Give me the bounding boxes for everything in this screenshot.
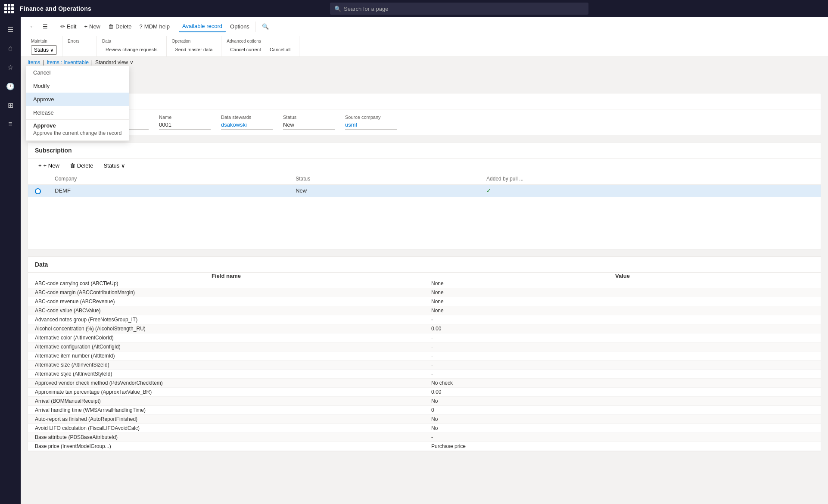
dropdown-item-release[interactable]: Release	[26, 106, 129, 119]
subscription-delete-button[interactable]: 🗑 Delete	[66, 161, 97, 170]
field-value-cell: No	[424, 414, 821, 423]
field-name-cell: ABC-code value (ABCValue)	[28, 306, 424, 315]
release-option-label: Release	[33, 109, 54, 116]
status-col-header: Status	[289, 173, 479, 185]
options-tab[interactable]: Options	[227, 21, 253, 32]
page-content: 0001 General Master data type id Items N…	[21, 68, 828, 504]
app-title: Finance and Operations	[20, 5, 91, 12]
back-button[interactable]: ←	[26, 21, 38, 32]
cancel-current-button[interactable]: Cancel current	[227, 45, 265, 54]
main-content: ← ☰ ✏ Edit + New 🗑 Delete ? MDM help Ava…	[21, 17, 828, 504]
subscription-status-button[interactable]: Status ∨	[100, 161, 129, 170]
field-value-cell: None	[424, 306, 821, 315]
breadcrumb-inventtable-link[interactable]: Items : inventtable	[47, 59, 88, 65]
subscription-new-button[interactable]: + + New	[35, 161, 63, 170]
send-master-label: Send master data	[175, 47, 213, 52]
top-nav-bar: Finance and Operations 🔍	[0, 0, 828, 17]
help-icon: ?	[140, 23, 143, 30]
mdm-help-button[interactable]: ? MDM help	[136, 21, 173, 32]
name-label: Name	[159, 115, 211, 120]
left-sidebar: ☰ ⌂ ☆ 🕐 ⊞ ≡	[0, 17, 21, 504]
view-caret-icon: ∨	[130, 59, 134, 65]
dropdown-item-approve[interactable]: Approve	[26, 93, 129, 106]
subscription-table: Company Status Added by pull ... DEMF Ne…	[28, 173, 821, 197]
checkbox-col-header	[28, 173, 48, 185]
approve-tooltip: Approve Approve the current change the r…	[26, 119, 129, 140]
delete-icon: 🗑	[108, 23, 114, 30]
app-grid-icon[interactable]	[4, 4, 14, 13]
search-button[interactable]: 🔍	[258, 21, 272, 32]
field-value-cell: None	[424, 279, 821, 288]
data-field-row: Arrival handling time (WMSArrivalHandlin…	[28, 405, 821, 414]
data-stewards-label: Data stewards	[221, 115, 273, 120]
cancel-current-label: Cancel current	[230, 47, 261, 52]
separator-3	[255, 22, 256, 32]
field-value-cell: -	[424, 432, 821, 442]
field-name-cell: Approximate tax percentage (ApproxTaxVal…	[28, 387, 424, 396]
field-value-cell: -	[424, 369, 821, 378]
data-buttons: Review change requests	[102, 45, 161, 54]
subscription-status-label: Status	[103, 162, 119, 169]
field-value-cell: None	[424, 288, 821, 297]
field-value-cell: 0.00	[424, 324, 821, 333]
edit-button[interactable]: ✏ Edit	[57, 21, 80, 32]
field-name-cell: Arrival handling time (WMSArrivalHandlin…	[28, 405, 424, 414]
data-stewards-field: Data stewards dsakowski	[221, 115, 273, 130]
sidebar-workspaces-icon[interactable]: ⊞	[2, 96, 19, 114]
data-stewards-value[interactable]: dsakowski	[221, 121, 273, 130]
data-field-row: Alternative style (AltInventStyleId) -	[28, 369, 821, 378]
dropdown-item-modify[interactable]: Modify	[26, 79, 129, 93]
operation-buttons: Send master data	[172, 45, 216, 54]
data-field-row: Avoid LIFO calculation (FiscalLIFOAvoidC…	[28, 423, 821, 432]
subscription-table-row[interactable]: DEMF New ✓	[28, 185, 821, 197]
data-fields-header: Field name Value	[28, 273, 821, 279]
field-name-cell: Advanced notes group (FreeNotesGroup_IT)	[28, 315, 424, 324]
dropdown-item-cancel[interactable]: Cancel	[26, 66, 129, 79]
search-icon: 🔍	[334, 6, 341, 12]
status-dropdown-menu: Cancel Modify Approve Release Approve Ap…	[26, 65, 129, 141]
row-radio[interactable]	[28, 185, 48, 197]
delete-button[interactable]: 🗑 Delete	[105, 21, 135, 32]
name-field: Name 0001	[159, 115, 211, 130]
field-value-cell: -	[424, 360, 821, 369]
data-label: Data	[102, 39, 161, 44]
field-value-cell: No check	[424, 378, 821, 387]
ribbon-bar: Maintain Status ∨ Errors Data	[21, 36, 828, 57]
subscription-toolbar: + + New 🗑 Delete Status ∨	[28, 159, 821, 173]
standard-view-dropdown[interactable]: Standard view ∨	[95, 59, 134, 65]
ribbon-data-section: Data Review change requests	[97, 36, 166, 56]
search-input[interactable]	[344, 6, 584, 12]
data-field-row: Auto-report as finished (AutoReportFinis…	[28, 414, 821, 423]
subscription-new-label: + New	[44, 162, 59, 169]
source-company-value[interactable]: usmf	[345, 121, 397, 130]
breadcrumb-items-link[interactable]: Items	[28, 59, 40, 65]
field-value-cell: None	[424, 297, 821, 306]
sidebar-hamburger[interactable]: ☰	[2, 21, 19, 38]
options-label: Options	[230, 23, 249, 30]
sidebar-modules-icon[interactable]: ≡	[2, 115, 19, 133]
cancel-all-button[interactable]: Cancel all	[266, 45, 294, 54]
data-field-row: Base attribute (PDSBaseAttributeId) -	[28, 432, 821, 442]
status-dropdown-button[interactable]: Status ∨	[31, 45, 57, 55]
general-section: General Master data type id Items Number…	[28, 93, 821, 135]
data-field-row: ABC-code margin (ABCContributionMargin) …	[28, 288, 821, 297]
send-master-data-button[interactable]: Send master data	[172, 45, 216, 54]
mdm-help-label: MDM help	[144, 23, 170, 30]
data-field-row: ABC-code value (ABCValue) None	[28, 306, 821, 315]
field-value-cell: No	[424, 396, 821, 405]
added-by-pull-col-header: Added by pull ...	[479, 173, 821, 185]
review-changes-button[interactable]: Review change requests	[102, 45, 161, 54]
search-bar[interactable]: 🔍	[330, 3, 588, 15]
status-label: Status	[283, 115, 335, 120]
sidebar-favorites-icon[interactable]: ☆	[2, 59, 19, 76]
data-field-row: Approximate tax percentage (ApproxTaxVal…	[28, 387, 821, 396]
available-record-tab[interactable]: Available record	[179, 21, 226, 32]
field-name-cell: ABC-code carrying cost (ABCTieUp)	[28, 279, 424, 288]
nav-hamburger-button[interactable]: ☰	[39, 21, 51, 32]
radio-circle-icon	[35, 188, 41, 194]
sidebar-recent-icon[interactable]: 🕐	[2, 78, 19, 95]
field-name-cell: Alcohol concentration (%) (AlcoholStreng…	[28, 324, 424, 333]
sidebar-home-icon[interactable]: ⌂	[2, 40, 19, 57]
new-button[interactable]: + New	[81, 21, 104, 32]
data-field-row: Alternative item number (AltItemId) -	[28, 351, 821, 360]
